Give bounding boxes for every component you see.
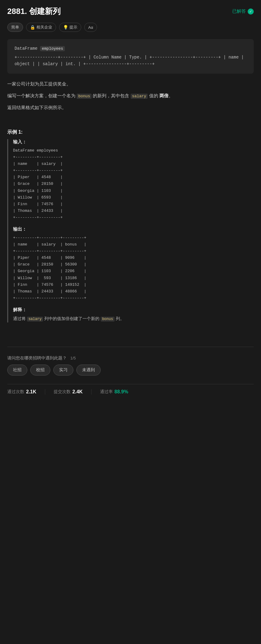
survey-section: 请问您在哪类招聘中遇到此题？ 1/5 社招 校招 实习 未遇到	[7, 355, 254, 375]
survey-question-row: 请问您在哪类招聘中遇到此题？ 1/5	[7, 355, 254, 361]
explanation-label: 解释：	[13, 307, 254, 313]
salary-code-inline: salary	[27, 317, 43, 322]
page-header: 2881. 创建新列 已解答 ✓	[7, 6, 254, 17]
tags-container: 简单 🔒 相关企业 💡 提示 Aα	[7, 23, 254, 32]
stat-rate: 通过率 88.9%	[100, 389, 137, 395]
survey-btn-xiaozao[interactable]: 校招	[30, 365, 50, 375]
tag-hint[interactable]: 💡 提示	[59, 23, 81, 32]
tag-difficulty[interactable]: 简单	[7, 23, 23, 32]
survey-question-text: 请问您在哪类招聘中遇到此题？	[7, 355, 67, 361]
description-line-1: 一家公司计划为员工提供奖金。	[7, 80, 254, 88]
survey-btn-not-encountered[interactable]: 未遇到	[76, 365, 101, 375]
bonus-inline: bonus	[77, 94, 92, 99]
schema-block: DataFrame employees +----------------+--…	[7, 39, 254, 74]
input-label: 输入：	[13, 139, 254, 145]
stat-rate-value: 88.9%	[115, 389, 128, 395]
description-line-2: 编写一个解决方案，创建一个名为 bonus 的新列，其中包含 salary 值的…	[7, 92, 254, 100]
solved-badge: 已解答 ✓	[232, 8, 254, 15]
stats-bar: 通过次数 2.1K 提交次数 2.4K 通过率 88.9%	[7, 384, 254, 395]
input-code: DataFrame employees +---------+---------…	[13, 147, 254, 221]
times-text: 两倍	[159, 93, 169, 98]
output-label: 输出：	[13, 226, 254, 232]
lock-icon: 🔒	[30, 25, 35, 30]
tag-font[interactable]: Aα	[84, 23, 97, 32]
lightbulb-icon: 💡	[63, 25, 68, 30]
salary-inline: salary	[131, 94, 148, 99]
solved-label: 已解答	[232, 8, 246, 14]
survey-btn-shezao[interactable]: 社招	[7, 365, 27, 375]
tag-company-label: 相关企业	[36, 25, 52, 30]
stat-submit-label: 提交次数	[54, 389, 71, 395]
bonus-code-inline: bonus	[101, 317, 115, 322]
schema-df-label: DataFrame	[15, 46, 40, 51]
stat-pass-value: 2.1K	[26, 389, 36, 395]
schema-table: +----------------+---------+ | Column Na…	[15, 54, 246, 68]
survey-buttons-container: 社招 校招 实习 未遇到	[7, 365, 254, 375]
description-line-3: 返回结果格式如下示例所示。	[7, 103, 254, 112]
tag-hint-label: 提示	[69, 25, 77, 30]
tag-difficulty-label: 简单	[11, 25, 19, 30]
tag-company[interactable]: 🔒 相关企业	[26, 23, 56, 32]
survey-btn-shixi[interactable]: 实习	[53, 365, 73, 375]
tag-font-label: Aα	[88, 25, 93, 30]
schema-df-name: employees	[40, 46, 65, 51]
stat-pass: 通过次数 2.1K	[7, 389, 45, 395]
example-title: 示例 1:	[7, 129, 254, 135]
stat-rate-label: 通过率	[100, 389, 113, 395]
solved-check-icon: ✓	[248, 8, 254, 15]
stat-submit-value: 2.4K	[72, 389, 83, 395]
divider	[7, 347, 254, 347]
explanation-text: 通过将 salary 列中的值加倍创建了一个新的 bonus 列。	[13, 315, 254, 322]
stat-pass-label: 通过次数	[7, 389, 24, 395]
output-code: +---------+---------+---------+ | name |…	[13, 235, 254, 302]
example-block: 输入： DataFrame employees +---------+-----…	[7, 139, 254, 322]
survey-progress: 1/5	[70, 356, 76, 360]
stat-submit: 提交次数 2.4K	[54, 389, 92, 395]
page-title: 2881. 创建新列	[7, 6, 61, 17]
